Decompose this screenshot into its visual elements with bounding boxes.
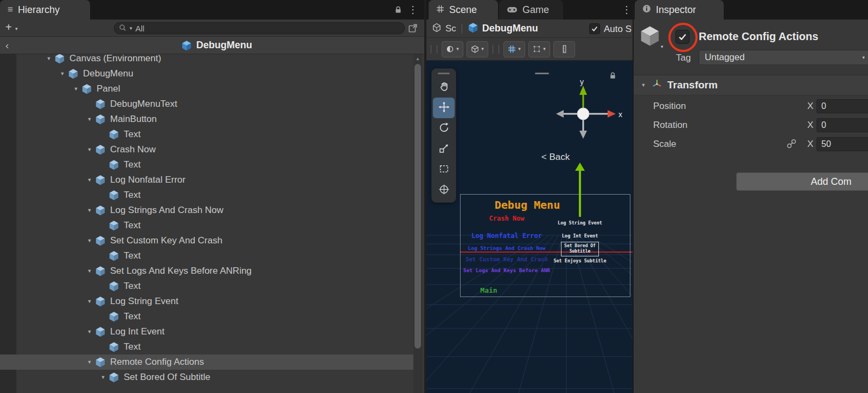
grid-visibility-dropdown[interactable]: ▾ [503, 41, 525, 57]
create-button[interactable]: + [5, 21, 12, 34]
autosave-checkbox[interactable] [589, 23, 600, 34]
lock-icon[interactable] [394, 5, 403, 14]
tree-row[interactable]: Text [0, 339, 413, 355]
foldout-arrow[interactable]: ▼ [84, 177, 95, 183]
transform-tool-button[interactable] [433, 180, 455, 201]
tree-row[interactable]: Text [0, 218, 413, 233]
view-options-dropdown[interactable]: ▾ [467, 41, 488, 57]
tree-row[interactable]: ▼Panel [0, 81, 413, 96]
game-menu-button[interactable]: Set Custom Key And Crash [454, 256, 560, 262]
tree-row[interactable]: ▼DebugMenu [0, 66, 413, 81]
hierarchy-scrollbar[interactable]: ▲ [413, 54, 422, 393]
tree-row[interactable]: ▼Set Custom Key And Crash [0, 233, 413, 248]
link-icon[interactable] [787, 139, 796, 149]
prefab-breadcrumb-bar: Sc DebugMenu Auto S [426, 20, 633, 38]
scrollbar-up-arrow[interactable]: ▲ [413, 54, 422, 61]
tab-scene[interactable]: Scene [429, 0, 498, 20]
game-menu-button[interactable]: Set Bored Of Subtitle [561, 242, 599, 256]
gameobject-name[interactable]: Remote Config Actions [699, 30, 818, 43]
kebab-menu-icon[interactable]: ⋮ [408, 4, 418, 16]
tab-inspector[interactable]: Inspector [635, 0, 724, 20]
game-menu-button[interactable]: Log Int Event [547, 233, 612, 239]
game-menu-button[interactable]: Set Enjoys Subtitle [547, 258, 612, 263]
foldout-arrow[interactable]: ▼ [84, 238, 95, 243]
hierarchy-breadcrumb-bar: ‹ DebugMenu [0, 37, 424, 54]
axis-value-field[interactable]: 0 [816, 99, 868, 113]
tree-row[interactable]: ▼Log Strings And Crash Now [0, 203, 413, 218]
search-filter-caret[interactable]: ▾ [130, 26, 132, 31]
link-scale-toggle[interactable] [787, 139, 796, 151]
tree-row[interactable]: ▼Log String Event [0, 294, 413, 309]
tree-row[interactable]: ▼Remote Config Actions [0, 355, 413, 370]
foldout-arrow[interactable]: ▼ [84, 147, 95, 152]
tree-row[interactable]: ▼Set Logs And Keys Before ANRing [0, 263, 413, 279]
prefab-name-label[interactable]: DebugMenu [482, 23, 538, 34]
unity-editor: ≡ Hierarchy ⋮ + ▾ ▾ All ‹ DebugMenu ▼Can… [0, 0, 868, 393]
back-button-label[interactable]: < Back [523, 152, 588, 163]
tree-row[interactable]: ▼MainButton [0, 112, 413, 127]
foldout-arrow[interactable]: ▼ [84, 268, 95, 274]
foldout-arrow[interactable]: ▼ [84, 359, 95, 365]
game-menu-button[interactable]: Crash Now [454, 215, 560, 222]
tree-row[interactable]: Text [0, 127, 413, 142]
foldout-arrow[interactable]: ▼ [71, 86, 81, 92]
axis-value-field[interactable]: 50 [816, 137, 868, 151]
gameobject-cube-icon[interactable] [639, 25, 661, 47]
axis-value-field[interactable]: 0 [816, 118, 868, 132]
foldout-arrow[interactable]: ▼ [84, 117, 95, 122]
tab-game[interactable]: Game [499, 0, 563, 20]
tree-row[interactable]: ▼Set Bored Of Subtitle [0, 370, 413, 385]
foldout-arrow[interactable]: ▼ [98, 375, 108, 380]
tree-row[interactable]: ▼Canvas (Environment) [0, 54, 413, 66]
tree-row[interactable]: ▼Log Nonfatal Error [0, 172, 413, 188]
game-menu-button[interactable]: Log Strings And Crash Now [454, 245, 560, 251]
add-component-button[interactable]: Add Com [736, 172, 868, 191]
foldout-arrow[interactable]: ▼ [43, 56, 54, 61]
tree-row[interactable]: Text [0, 309, 413, 324]
scene-tab-label: Scene [449, 4, 477, 16]
tree-row[interactable]: DebugMenuText [0, 96, 413, 112]
measure-tool-button[interactable] [553, 41, 575, 57]
scene-viewport[interactable]: y x < Back Debug Menu Crash NowLog Nonfa… [426, 61, 633, 393]
game-menu-button[interactable]: Log String Event [547, 220, 612, 226]
foldout-arrow[interactable]: ▼ [57, 71, 68, 76]
foldout-arrow[interactable]: ▼ [638, 82, 649, 88]
snap-settings-dropdown[interactable]: ▾ [528, 41, 550, 57]
cube-icon [95, 114, 106, 125]
rect-tool-button[interactable] [433, 159, 455, 180]
transform-header[interactable]: ▼ Transform [634, 75, 868, 95]
search-input[interactable]: ▾ All [114, 22, 405, 34]
toolbar-handle[interactable] [431, 45, 431, 54]
tree-row[interactable]: ▼Crash Now [0, 142, 413, 157]
game-menu-button[interactable]: Set Logs And Keys Before ANR [454, 267, 560, 273]
hierarchy-toolbar: + ▾ ▾ All [0, 20, 424, 37]
game-menu-button[interactable]: Log Nonfatal Error [454, 232, 560, 240]
scene-crumb-label[interactable]: Sc [445, 23, 456, 34]
draw-mode-dropdown[interactable]: ▾ [442, 41, 463, 57]
tab-hierarchy[interactable]: ≡ Hierarchy [0, 0, 90, 20]
tree-row[interactable]: Text [0, 279, 413, 294]
icon-picker-caret[interactable]: ▾ [661, 44, 663, 49]
tree-row[interactable]: Text [0, 157, 413, 172]
foldout-arrow[interactable]: ▼ [84, 208, 95, 213]
breadcrumb[interactable]: DebugMenu [9, 40, 424, 51]
scrollbar-thumb[interactable] [414, 64, 421, 349]
scene-grid-icon [436, 4, 444, 16]
tree-row[interactable]: Text [0, 248, 413, 263]
scene-panel: Scene Game ⋮ Sc DebugMenu Auto S [426, 0, 633, 393]
orientation-gizmo[interactable]: y x [426, 61, 633, 153]
foldout-arrow[interactable]: ▼ [84, 299, 95, 304]
tag-dropdown[interactable]: Untagged ▾ [699, 50, 868, 65]
toolbar-handle[interactable] [437, 45, 437, 54]
create-dropdown-caret[interactable]: ▾ [15, 27, 18, 31]
main-button-label[interactable]: Main [473, 286, 505, 294]
transform-row: PositionX0 [634, 98, 868, 117]
cube-icon [95, 235, 106, 246]
tree-row[interactable]: Text [0, 188, 413, 203]
popout-icon[interactable] [408, 23, 418, 35]
foldout-arrow[interactable]: ▼ [84, 329, 95, 334]
ruler-icon [560, 45, 569, 53]
tree-row[interactable]: ▼Log Int Event [0, 324, 413, 339]
kebab-menu-icon[interactable]: ⋮ [622, 4, 631, 16]
hierarchy-tab-label: Hierarchy [18, 4, 60, 16]
